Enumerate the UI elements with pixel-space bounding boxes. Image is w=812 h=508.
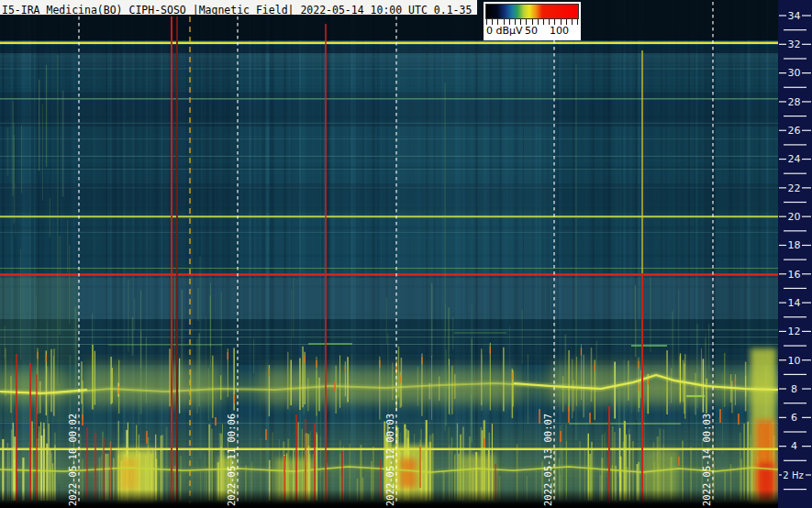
day-marker-label: 2022-05-13 00:07 [542,414,553,506]
colorbar-gradient [485,4,579,19]
day-marker-label: 2022-05-12 00:03 [384,414,395,506]
colorbar-labels: 0 dBµV 50 100 [484,25,581,39]
colorbar-zero-label: 0 dBµV [486,25,523,37]
freq-tick-label: 20 [788,211,801,223]
freq-tick-label: 4 [791,440,797,452]
freq-tick-label: 32 [788,39,801,50]
freq-tick-label: 30 [788,67,801,79]
freq-tick-label: 22 [788,182,801,194]
freq-tick-label: 14 [788,297,801,309]
freq-tick-label: 2 Hz [783,470,803,480]
freq-tick-label: 10 [788,355,801,367]
colorbar-100-label: 100 [550,25,569,37]
freq-tick-label: 24 [788,153,801,165]
freq-tick-label: 28 [788,96,801,108]
day-marker-label: 2022-05-10 00:02 [67,414,78,506]
freq-tick-label: 16 [788,269,801,281]
freq-tick-label: 34 [788,10,801,22]
spectrogram-screen: 2022-05-10 00:022022-05-11 00:062022-05-… [0,0,812,508]
frequency-axis: 343230282624222018161412108642 Hz [778,0,812,508]
day-marker-label: 2022-05-11 00:06 [226,414,237,506]
freq-tick-label: 26 [788,125,801,137]
title-bar: I5-IRA Medicina(BO) CIPH-SOSO |Magnetic … [0,0,477,16]
freq-tick-label: 12 [788,326,801,337]
spectrogram-plot: 2022-05-10 00:022022-05-11 00:062022-05-… [0,0,812,508]
colorbar-50-label: 50 [525,25,538,37]
colorbar-legend: 0 dBµV 50 100 [484,2,581,40]
title-text: I5-IRA Medicina(BO) CIPH-SOSO |Magnetic … [0,3,472,16]
freq-tick-label: 18 [788,239,801,251]
day-marker-label: 2022-05-14 00:03 [701,414,712,506]
freq-tick-label: 8 [791,383,797,395]
freq-tick-label: 6 [791,412,797,424]
